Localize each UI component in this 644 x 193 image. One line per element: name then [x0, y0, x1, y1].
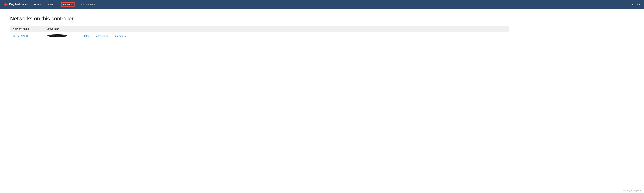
logout-link[interactable]: ⬚ Logout: [629, 3, 640, 6]
svg-rect-2: [6, 4, 8, 5]
navbar-right: ⬚ Logout: [629, 3, 640, 6]
navbar-left: Key Networks Home Users Networks Add net…: [4, 2, 96, 7]
table-row: 🗑 内网穿透 detail easy setup: [10, 32, 509, 40]
brand-icon: [4, 3, 8, 6]
networks-table: Network name Network ID 🗑 内网穿透: [10, 26, 509, 40]
easy-setup-link[interactable]: easy setup: [96, 35, 108, 37]
logout-label: Logout: [632, 3, 640, 6]
network-id-cell: [44, 32, 81, 40]
members-link[interactable]: members: [115, 35, 126, 37]
svg-rect-4: [7, 5, 7, 5]
col-header-actions: [81, 26, 509, 32]
delete-button[interactable]: 🗑: [13, 35, 15, 37]
col-header-id: Network ID: [44, 26, 81, 32]
network-actions-cell: detail easy setup members: [81, 32, 509, 40]
logout-icon: ⬚: [629, 3, 631, 6]
navbar: Key Networks Home Users Networks Add net…: [0, 0, 644, 9]
col-header-name: Network name: [10, 26, 44, 32]
nav-home[interactable]: Home: [33, 2, 42, 7]
nav-networks[interactable]: Networks: [61, 2, 74, 7]
network-name-cell: 🗑 内网穿透: [10, 32, 44, 40]
page-title: Networks on this controller: [10, 16, 634, 22]
table-header: Network name Network ID: [10, 26, 509, 32]
nav-users[interactable]: Users: [47, 2, 56, 7]
detail-link[interactable]: detail: [84, 35, 90, 37]
network-id-redacted: [46, 34, 68, 38]
network-name-link[interactable]: 内网穿透: [18, 34, 28, 38]
action-links: detail easy setup members: [84, 35, 506, 37]
brand-link[interactable]: Key Networks: [4, 3, 28, 6]
nav-add-network[interactable]: Add network: [80, 2, 96, 7]
svg-point-1: [5, 4, 6, 5]
main-content: Networks on this controller Network name…: [0, 9, 644, 47]
brand-name: Key Networks: [9, 3, 28, 6]
